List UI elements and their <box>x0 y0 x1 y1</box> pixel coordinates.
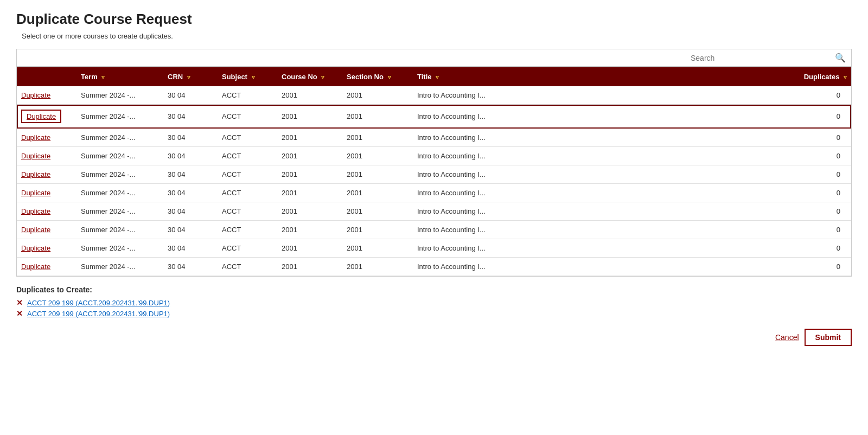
cell-courseNo: 2001 <box>277 221 342 239</box>
dup-text: ACCT 209 199 (ACCT.209.202431.'99.DUP1) <box>27 299 170 307</box>
duplicate-link[interactable]: Duplicate <box>21 110 61 123</box>
cell-subject: ACCT <box>218 221 277 239</box>
cell-courseNo: 2001 <box>277 105 342 129</box>
cell-duplicates: 0 <box>792 258 851 276</box>
cell-sectionNo: 2001 <box>342 239 413 258</box>
duplicate-link[interactable]: Duplicate <box>21 244 50 252</box>
cell-sectionNo: 2001 <box>342 147 413 165</box>
filter-icon-courseno[interactable]: ▿ <box>321 74 324 81</box>
cell-subject: ACCT <box>218 184 277 202</box>
duplicate-link[interactable]: Duplicate <box>21 133 50 142</box>
table-row: DuplicateSummer 2024 -...30 04ACCT200120… <box>17 184 851 202</box>
cell-title: Intro to Accounting I... <box>413 239 792 258</box>
cell-courseNo: 2001 <box>277 239 342 258</box>
cell-term: Summer 2024 -... <box>76 258 163 276</box>
cell-term: Summer 2024 -... <box>76 86 163 105</box>
cell-subject: ACCT <box>218 147 277 165</box>
cell-courseNo: 2001 <box>277 147 342 165</box>
search-input[interactable] <box>691 54 832 62</box>
cell-term: Summer 2024 -... <box>76 105 163 129</box>
cell-crn: 30 04 <box>163 184 218 202</box>
filter-icon-crn[interactable]: ▿ <box>187 74 190 81</box>
cell-title: Intro to Accounting I... <box>413 165 792 184</box>
cell-crn: 30 04 <box>163 147 218 165</box>
col-header-title: Title ▿ <box>413 67 792 86</box>
filter-icon-sectionno[interactable]: ▿ <box>388 74 391 81</box>
duplicates-to-create-section: Duplicates to Create: ✕ACCT 209 199 (ACC… <box>16 285 852 318</box>
table-row: DuplicateSummer 2024 -...30 04ACCT200120… <box>17 129 851 147</box>
dup-remove-button[interactable]: ✕ <box>16 298 23 307</box>
duplicate-link[interactable]: Duplicate <box>21 226 50 234</box>
table-row: DuplicateSummer 2024 -...30 04ACCT200120… <box>17 86 851 105</box>
page-subtitle: Select one or more courses to create dup… <box>16 32 852 40</box>
cell-subject: ACCT <box>218 202 277 221</box>
cell-courseNo: 2001 <box>277 202 342 221</box>
cell-crn: 30 04 <box>163 165 218 184</box>
cell-duplicates: 0 <box>792 239 851 258</box>
duplicate-link[interactable]: Duplicate <box>21 189 50 197</box>
cell-term: Summer 2024 -... <box>76 147 163 165</box>
cell-courseNo: 2001 <box>277 86 342 105</box>
cell-title: Intro to Accounting I... <box>413 202 792 221</box>
duplicate-link[interactable]: Duplicate <box>21 263 50 271</box>
cell-title: Intro to Accounting I... <box>413 221 792 239</box>
cell-title: Intro to Accounting I... <box>413 147 792 165</box>
duplicate-link[interactable]: Duplicate <box>21 152 50 160</box>
table-row: DuplicateSummer 2024 -...30 04ACCT200120… <box>17 221 851 239</box>
cell-courseNo: 2001 <box>277 129 342 147</box>
search-icon[interactable]: 🔍 <box>835 53 846 63</box>
cell-title: Intro to Accounting I... <box>413 258 792 276</box>
duplicates-label: Duplicates to Create: <box>16 285 852 294</box>
cell-courseNo: 2001 <box>277 258 342 276</box>
cell-duplicates: 0 <box>792 202 851 221</box>
cell-courseNo: 2001 <box>277 165 342 184</box>
cell-crn: 30 04 <box>163 129 218 147</box>
filter-icon-term[interactable]: ▿ <box>101 74 105 81</box>
col-header-term: Term ▿ <box>76 67 163 86</box>
duplicate-link[interactable]: Duplicate <box>21 91 50 99</box>
cell-duplicates: 0 <box>792 86 851 105</box>
cell-sectionNo: 2001 <box>342 202 413 221</box>
table-row: DuplicateSummer 2024 -...30 04ACCT200120… <box>17 258 851 276</box>
cell-title: Intro to Accounting I... <box>413 129 792 147</box>
duplicate-link[interactable]: Duplicate <box>21 207 50 215</box>
dup-text: ACCT 209 199 (ACCT.209.202431.'99.DUP1) <box>27 310 170 318</box>
filter-icon-duplicates[interactable]: ▿ <box>844 74 847 81</box>
cell-crn: 30 04 <box>163 258 218 276</box>
table-row: DuplicateSummer 2024 -...30 04ACCT200120… <box>17 165 851 184</box>
table-row: DuplicateSummer 2024 -...30 04ACCT200120… <box>17 202 851 221</box>
cell-title: Intro to Accounting I... <box>413 105 792 129</box>
cell-subject: ACCT <box>218 105 277 129</box>
cell-title: Intro to Accounting I... <box>413 184 792 202</box>
page-title: Duplicate Course Request <box>16 11 852 28</box>
submit-button[interactable]: Submit <box>805 329 852 346</box>
col-header-crn: CRN ▿ <box>163 67 218 86</box>
filter-icon-title[interactable]: ▿ <box>436 74 439 81</box>
cell-crn: 30 04 <box>163 239 218 258</box>
dup-item: ✕ACCT 209 199 (ACCT.209.202431.'99.DUP1) <box>16 298 852 307</box>
cell-crn: 30 04 <box>163 221 218 239</box>
cell-sectionNo: 2001 <box>342 221 413 239</box>
course-table-wrapper: Term ▿ CRN ▿ Subject ▿ Course No ▿ Secti… <box>16 67 852 277</box>
col-header-duplicates: Duplicates ▿ <box>792 67 851 86</box>
dup-remove-button[interactable]: ✕ <box>16 309 23 318</box>
dup-item: ✕ACCT 209 199 (ACCT.209.202431.'99.DUP1) <box>16 309 852 318</box>
cell-courseNo: 2001 <box>277 184 342 202</box>
cell-term: Summer 2024 -... <box>76 129 163 147</box>
table-row: DuplicateSummer 2024 -...30 04ACCT200120… <box>17 239 851 258</box>
table-row: DuplicateSummer 2024 -...30 04ACCT200120… <box>17 147 851 165</box>
cell-duplicates: 0 <box>792 105 851 129</box>
table-header-row: Term ▿ CRN ▿ Subject ▿ Course No ▿ Secti… <box>17 67 851 86</box>
cell-crn: 30 04 <box>163 202 218 221</box>
duplicate-link[interactable]: Duplicate <box>21 170 50 178</box>
cell-duplicates: 0 <box>792 165 851 184</box>
cancel-button[interactable]: Cancel <box>775 333 799 342</box>
cell-sectionNo: 2001 <box>342 258 413 276</box>
filter-icon-subject[interactable]: ▿ <box>252 74 255 81</box>
col-header-subject: Subject ▿ <box>218 67 277 86</box>
dup-items-container: ✕ACCT 209 199 (ACCT.209.202431.'99.DUP1)… <box>16 298 852 318</box>
cell-term: Summer 2024 -... <box>76 184 163 202</box>
col-header-courseno: Course No ▿ <box>277 67 342 86</box>
cell-duplicates: 0 <box>792 129 851 147</box>
cell-term: Summer 2024 -... <box>76 165 163 184</box>
